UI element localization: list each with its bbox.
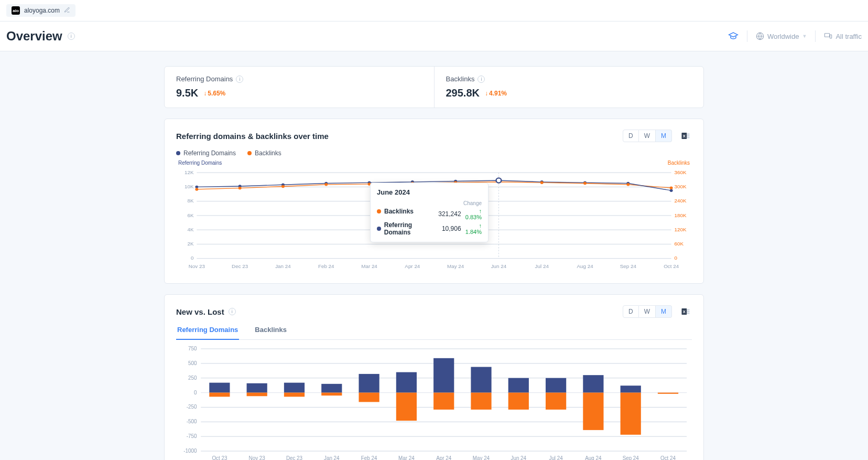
- svg-text:12K: 12K: [185, 169, 194, 175]
- svg-rect-89: [209, 383, 230, 393]
- header-controls: Worldwide ▼ All traffic: [728, 30, 862, 42]
- svg-text:Oct 24: Oct 24: [664, 263, 679, 269]
- education-icon[interactable]: [728, 30, 739, 42]
- line-chart[interactable]: 002K60K4K120K6K180K8K240K10K300K12K360KN…: [176, 168, 692, 273]
- svg-text:750: 750: [188, 346, 197, 351]
- svg-text:10K: 10K: [185, 184, 194, 189]
- svg-text:500: 500: [188, 360, 197, 366]
- svg-text:240K: 240K: [675, 198, 687, 204]
- info-icon[interactable]: i: [229, 308, 236, 315]
- svg-rect-110: [471, 367, 491, 393]
- toggle-day[interactable]: D: [623, 130, 639, 142]
- svg-rect-102: [359, 393, 379, 402]
- toggle-week[interactable]: W: [639, 130, 656, 142]
- svg-rect-105: [396, 393, 417, 421]
- svg-rect-116: [546, 378, 566, 393]
- trend-value: 4.91%: [489, 90, 507, 97]
- stat-backlinks[interactable]: Backlinks i 295.8K ↓ 4.91%: [434, 67, 704, 108]
- svg-rect-70: [687, 311, 690, 312]
- svg-point-56: [281, 185, 285, 188]
- svg-text:6K: 6K: [187, 212, 194, 218]
- stat-label-text: Referring Domains: [176, 75, 233, 83]
- svg-text:Nov 23: Nov 23: [249, 455, 266, 460]
- toggle-month[interactable]: M: [656, 305, 672, 318]
- svg-text:Dec 23: Dec 23: [232, 263, 248, 269]
- bar-chart[interactable]: -1000-750-500-2500250500750Oct 23Nov 23D…: [176, 346, 692, 460]
- toggle-day[interactable]: D: [623, 305, 639, 318]
- edit-domain-icon[interactable]: [64, 7, 70, 15]
- svg-text:-250: -250: [187, 404, 197, 410]
- svg-text:300K: 300K: [675, 184, 687, 189]
- svg-text:Jun 24: Jun 24: [511, 455, 527, 460]
- svg-text:250: 250: [188, 375, 197, 381]
- svg-text:120K: 120K: [675, 227, 687, 232]
- trend-indicator: ↓ 5.65%: [203, 90, 225, 97]
- svg-rect-117: [546, 393, 566, 410]
- svg-rect-108: [433, 393, 454, 410]
- svg-rect-98: [321, 384, 342, 393]
- toggle-month[interactable]: M: [656, 130, 672, 142]
- chart-title: New vs. Lost i: [176, 307, 236, 316]
- chevron-down-icon: ▼: [802, 34, 807, 39]
- svg-point-64: [626, 183, 630, 186]
- arrow-down-icon: ↓: [203, 90, 207, 97]
- info-icon[interactable]: i: [478, 76, 485, 83]
- svg-rect-93: [247, 393, 267, 397]
- svg-text:Jan 24: Jan 24: [275, 263, 291, 269]
- domain-chip[interactable]: alo aloyoga.com: [6, 4, 75, 17]
- svg-rect-96: [284, 393, 305, 397]
- tooltip-row: Backlinks 321,242 ↑ 0.83%: [377, 207, 482, 221]
- export-excel-icon[interactable]: X: [679, 130, 692, 142]
- svg-text:Jul 24: Jul 24: [535, 263, 549, 269]
- svg-text:X: X: [683, 309, 686, 314]
- svg-text:-750: -750: [187, 433, 197, 439]
- svg-text:Sep 24: Sep 24: [623, 455, 639, 460]
- svg-text:180K: 180K: [675, 212, 687, 218]
- newlost-tabs: Referring Domains Backlinks: [176, 325, 692, 340]
- traffic-selector[interactable]: All traffic: [824, 32, 862, 40]
- tooltip-row: Referring Domains 10,906 ↑ 1.84%: [377, 221, 482, 237]
- newlost-card: New vs. Lost i D W M X Referring Domains…: [164, 294, 704, 460]
- svg-rect-113: [508, 378, 529, 393]
- svg-text:Mar 24: Mar 24: [361, 263, 377, 269]
- trend-indicator: ↓ 4.91%: [485, 90, 507, 97]
- page-header: Overview i Worldwide ▼ All traffic: [0, 22, 868, 51]
- svg-rect-2: [830, 35, 832, 38]
- svg-text:360K: 360K: [675, 169, 687, 175]
- legend-backlinks[interactable]: Backlinks: [247, 149, 281, 157]
- svg-point-66: [496, 178, 502, 183]
- svg-text:0: 0: [191, 255, 193, 261]
- tab-referring-domains[interactable]: Referring Domains: [176, 326, 239, 340]
- region-selector[interactable]: Worldwide ▼: [756, 32, 807, 40]
- page-title: Overview i: [6, 29, 75, 44]
- tab-backlinks[interactable]: Backlinks: [254, 326, 288, 340]
- svg-text:2K: 2K: [187, 241, 194, 247]
- svg-text:-500: -500: [187, 419, 197, 424]
- svg-point-54: [195, 188, 198, 190]
- legend-referring-domains[interactable]: Referring Domains: [176, 149, 236, 157]
- stat-referring-domains[interactable]: Referring Domains i 9.5K ↓ 5.65%: [165, 67, 434, 108]
- svg-text:Aug 24: Aug 24: [585, 455, 602, 460]
- page-title-text: Overview: [6, 29, 62, 44]
- info-icon[interactable]: i: [236, 76, 243, 83]
- arrow-down-icon: ↓: [485, 90, 488, 97]
- svg-text:8K: 8K: [187, 198, 194, 204]
- svg-rect-95: [284, 383, 305, 393]
- svg-rect-114: [508, 393, 529, 410]
- tooltip-change-header: Change: [461, 200, 482, 207]
- svg-rect-6: [687, 135, 690, 136]
- info-icon[interactable]: i: [68, 33, 75, 40]
- svg-text:Apr 24: Apr 24: [436, 455, 451, 460]
- svg-text:4K: 4K: [187, 227, 194, 232]
- content-column: Referring Domains i 9.5K ↓ 5.65% Backlin…: [164, 66, 704, 460]
- toggle-week[interactable]: W: [639, 305, 656, 318]
- svg-text:0: 0: [675, 255, 677, 261]
- granularity-toggle: D W M: [623, 130, 672, 142]
- stat-label-text: Backlinks: [446, 75, 475, 83]
- region-label: Worldwide: [767, 33, 799, 40]
- svg-point-65: [670, 187, 673, 189]
- export-excel-icon[interactable]: X: [679, 305, 692, 318]
- svg-text:Oct 24: Oct 24: [660, 455, 676, 460]
- svg-text:Sep 24: Sep 24: [620, 263, 636, 269]
- svg-rect-69: [687, 309, 690, 311]
